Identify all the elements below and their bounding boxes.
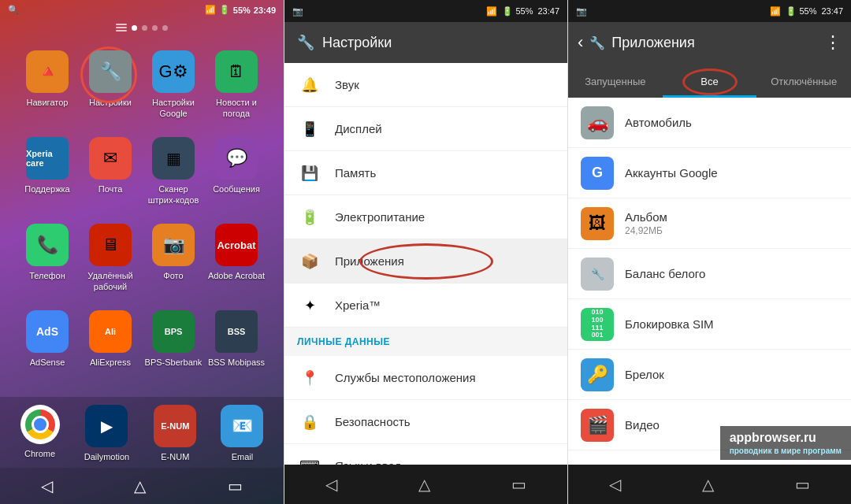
app-name-white-balance: Баланс белого bbox=[625, 267, 705, 280]
settings-item-power[interactable]: 🔋 Электропитание bbox=[284, 195, 567, 239]
app-icon-news: 🗓 bbox=[215, 50, 258, 93]
back-button[interactable]: ◁ bbox=[41, 476, 53, 495]
app-bps[interactable]: BPS BPS-Sberbank bbox=[142, 302, 205, 389]
app-info-sim-lock: Блокировка SIM bbox=[625, 317, 714, 331]
app-daily[interactable]: ▶ Dailymotion bbox=[84, 397, 129, 462]
app-navigator[interactable]: 🔺 Навигатор bbox=[16, 43, 79, 129]
app-label-news: Новости и погода bbox=[207, 98, 266, 118]
app-icon-navigator: 🔺 bbox=[26, 50, 69, 93]
app-info-album: Альбом 24,92МБ bbox=[625, 210, 667, 236]
section-personal-label: ЛИЧНЫЕ ДАННЫЕ bbox=[297, 336, 390, 347]
home-button-apps-nav[interactable]: △ bbox=[702, 475, 714, 494]
language-label: Язык и ввод bbox=[335, 459, 401, 465]
security-icon: 🔒 bbox=[297, 410, 322, 435]
app-acrobat[interactable]: Acrobat Adobe Acrobat bbox=[205, 216, 268, 302]
list-item-auto[interactable]: 🚗 Автомобиль bbox=[568, 98, 851, 148]
settings-icon: 🔧 bbox=[297, 34, 314, 51]
status-left: 🔍 bbox=[8, 5, 19, 15]
settings-item-memory[interactable]: 💾 Память bbox=[284, 151, 567, 195]
time-apps: 23:47 bbox=[821, 6, 843, 16]
applications-panel: 📷 📶 🔋 55% 23:47 ‹ 🔧 Приложения ⋮ Запущен… bbox=[567, 0, 851, 504]
app-ali[interactable]: Ali AliExpress bbox=[79, 302, 142, 389]
app-icon-keychain: 🔑 bbox=[581, 358, 614, 391]
app-icon-ali: Ali bbox=[89, 310, 132, 353]
app-scanner[interactable]: ▦ Сканер штрих-кодов bbox=[142, 129, 205, 216]
recents-button-apps-nav[interactable]: ▭ bbox=[795, 475, 810, 494]
settings-item-language[interactable]: ⌨ Язык и ввод bbox=[284, 444, 567, 465]
settings-item-security[interactable]: 🔒 Безопасность bbox=[284, 400, 567, 444]
app-label-phone: Телефон bbox=[29, 271, 65, 281]
settings-item-location[interactable]: 📍 Службы местоположения bbox=[284, 356, 567, 400]
app-support[interactable]: Xperia care Поддержка bbox=[16, 129, 79, 216]
apps-list: 🚗 Автомобиль G Аккаунты Google 🖼 Альбом … bbox=[568, 98, 851, 465]
app-chrome[interactable]: Chrome bbox=[20, 397, 60, 462]
settings-item-display[interactable]: 📱 Дисплей bbox=[284, 107, 567, 151]
list-item-keychain[interactable]: 🔑 Брелок bbox=[568, 350, 851, 400]
app-label-enum: E-NUM bbox=[161, 452, 189, 462]
app-icon-sim-lock: 010100111001 bbox=[581, 308, 614, 341]
app-label-chrome: Chrome bbox=[24, 449, 55, 459]
app-photo[interactable]: 📷 Фото bbox=[142, 216, 205, 302]
app-icon-acrobat: Acrobat bbox=[215, 224, 258, 266]
list-item-sim-lock[interactable]: 010100111001 Блокировка SIM bbox=[568, 299, 851, 350]
more-button[interactable]: ⋮ bbox=[824, 32, 842, 53]
power-label: Электропитание bbox=[335, 210, 425, 224]
dot-1 bbox=[132, 25, 137, 31]
app-icon-photo: 📷 bbox=[152, 224, 195, 266]
tab-running[interactable]: Запущенные bbox=[568, 68, 663, 98]
status-bar-home: 🔍 📶 🔋 55% 23:49 bbox=[0, 0, 284, 20]
power-icon: 🔋 bbox=[297, 205, 322, 230]
settings-item-sound[interactable]: 🔔 Звук bbox=[284, 63, 567, 107]
list-item-google-accounts[interactable]: G Аккаунты Google bbox=[568, 148, 851, 198]
app-name-auto: Автомобиль bbox=[625, 116, 692, 129]
settings-header: 🔧 Настройки bbox=[284, 22, 567, 63]
back-button-settings[interactable]: ◁ bbox=[325, 475, 337, 494]
app-icon-daily: ▶ bbox=[85, 405, 128, 447]
app-icon-bps: BPS bbox=[152, 310, 195, 353]
time-settings: 23:47 bbox=[537, 6, 559, 16]
app-size-album: 24,92МБ bbox=[625, 225, 667, 236]
back-button-apps-nav[interactable]: ◁ bbox=[609, 475, 621, 494]
app-label-support: Поддержка bbox=[24, 184, 69, 195]
settings-item-apps[interactable]: 📦 Приложения bbox=[284, 239, 567, 284]
home-button[interactable]: △ bbox=[134, 476, 146, 495]
app-settings[interactable]: 🔧 Настройки bbox=[79, 43, 142, 129]
app-enum[interactable]: E-NUM E-NUM bbox=[154, 397, 196, 462]
dot-menu bbox=[116, 24, 127, 32]
list-item-white-balance[interactable]: 🔧 Баланс белого bbox=[568, 249, 851, 299]
app-email[interactable]: 📧 Email bbox=[221, 397, 263, 462]
app-settings-google[interactable]: G⚙ Настройки Google bbox=[142, 43, 205, 129]
app-info-google-accounts: Аккаунты Google bbox=[625, 166, 718, 180]
app-mail[interactable]: ✉ Почта bbox=[79, 129, 142, 216]
recents-button-settings[interactable]: ▭ bbox=[511, 475, 526, 494]
app-icon-phone: 📞 bbox=[26, 224, 69, 266]
language-icon: ⌨ bbox=[297, 454, 322, 465]
tab-all[interactable]: Все bbox=[663, 68, 757, 98]
memory-label: Память bbox=[335, 166, 376, 180]
dot-4 bbox=[162, 25, 168, 31]
settings-list: 🔔 Звук 📱 Дисплей 💾 Память 🔋 Электропитан… bbox=[284, 63, 567, 465]
xperia-icon: ✦ bbox=[297, 293, 322, 318]
tab-disabled[interactable]: Отключённые bbox=[756, 68, 851, 98]
app-adsense[interactable]: AdS AdSense bbox=[16, 302, 79, 389]
security-label: Безопасность bbox=[335, 415, 411, 428]
back-button-apps[interactable]: ‹ bbox=[578, 32, 583, 53]
app-news[interactable]: 🗓 Новости и погода bbox=[205, 43, 268, 129]
settings-item-xperia[interactable]: ✦ Xperia™ bbox=[284, 284, 567, 328]
app-sms[interactable]: 💬 Сообщения bbox=[205, 129, 268, 216]
app-remote[interactable]: 🖥 Удалённый рабочий bbox=[79, 216, 142, 302]
app-label-mail: Почта bbox=[98, 184, 123, 195]
app-bss[interactable]: BSS BSS Mobipass bbox=[205, 302, 268, 389]
home-button-settings[interactable]: △ bbox=[418, 475, 430, 494]
tab-disabled-label: Отключённые bbox=[771, 76, 837, 87]
page-dots bbox=[0, 20, 284, 35]
list-item-album[interactable]: 🖼 Альбом 24,92МБ bbox=[568, 198, 851, 249]
app-icon-sms: 💬 bbox=[215, 137, 258, 180]
status-right: 📶 🔋 55% 23:49 bbox=[205, 5, 276, 15]
tab-running-label: Запущенные bbox=[585, 76, 645, 87]
apps-icon-header: 🔧 bbox=[589, 35, 605, 50]
app-phone[interactable]: 📞 Телефон bbox=[16, 216, 79, 302]
app-label-settings-google: Настройки Google bbox=[144, 98, 203, 118]
recents-button[interactable]: ▭ bbox=[228, 476, 243, 495]
list-item-video[interactable]: 🎬 Видео bbox=[568, 400, 851, 450]
